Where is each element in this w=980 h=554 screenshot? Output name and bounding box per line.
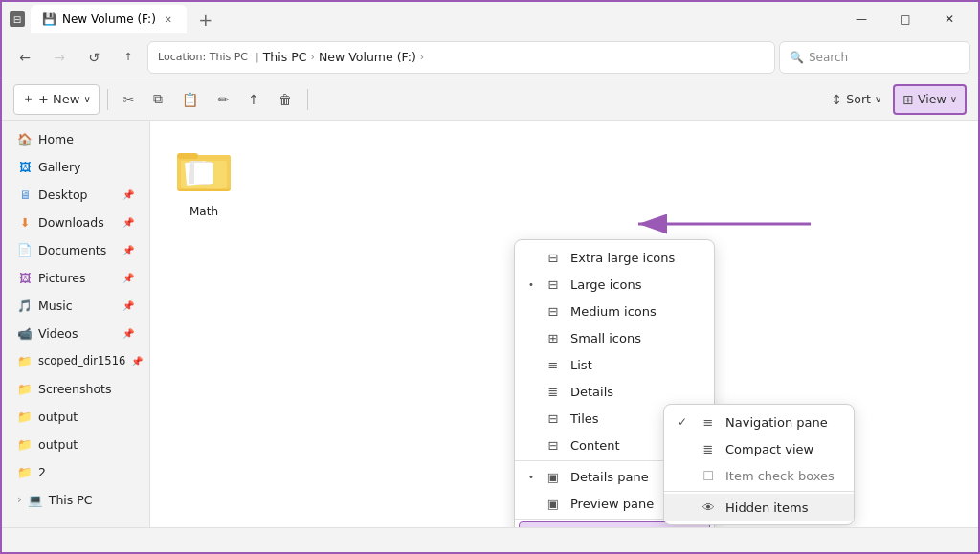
breadcrumb[interactable]: Location: This PC | This PC › New Volume… [147,41,775,74]
pin-icon: 📌 [122,189,134,200]
submenu-compact-view[interactable]: ≣ Compact view [664,435,854,462]
downloads-icon: ⬇ [17,214,33,230]
close-button[interactable]: ✕ [928,4,970,34]
details-icon: ≣ [546,384,561,399]
sidebar-item-output-2[interactable]: 📁 output [6,431,145,457]
view-option-details[interactable]: ≣ Details [515,378,714,405]
documents-icon: 📄 [17,242,33,257]
sidebar-item-2[interactable]: 📁 2 [6,458,145,485]
medium-label: Medium icons [570,304,657,319]
pin-icon-pictures: 📌 [122,273,134,283]
sidebar-item-pictures[interactable]: 🖼 Pictures 📌 [6,264,145,291]
sort-label: Sort [846,92,871,106]
delete-button[interactable]: 🗑 [271,84,300,115]
submenu-hidden-items[interactable]: 👁 Hidden items [664,494,854,521]
sidebar-item-this-pc[interactable]: › 💻 This PC [6,486,145,513]
details-pane-icon: ▣ [546,469,561,484]
pin-icon-downloads: 📌 [122,217,134,228]
view-label: View [918,92,947,106]
view-option-tiles[interactable]: ⊟ Tiles [515,405,714,432]
sort-button[interactable]: ↕ Sort ∨ [824,84,890,115]
output2-icon: 📁 [17,436,33,452]
maximize-button[interactable]: □ [884,4,926,34]
breadcrumb-sep3: › [420,51,424,63]
up-button[interactable]: ↑ [113,42,144,73]
add-tab-button[interactable]: + [192,6,219,33]
window-controls: — □ ✕ [840,4,970,34]
sidebar-item-screenshots[interactable]: 📁 Screenshots [6,375,145,402]
breadcrumb-location: Location: This PC [158,51,248,63]
sidebar-item-downloads[interactable]: ⬇ Downloads 📌 [6,209,145,235]
view-option-content[interactable]: ⊟ Content [515,432,714,458]
delete-icon: 🗑 [278,92,292,107]
cut-icon: ✂ [123,92,135,107]
cut-button[interactable]: ✂ [116,84,143,115]
sidebar-screenshots-label: Screenshots [38,382,111,396]
toolbar: ＋ + New ∨ ✂ ⧉ 📋 ✏ ↑ 🗑 ↕ Sort ∨ ⊞ View ∨ [2,78,978,121]
music-icon: 🎵 [17,298,33,313]
view-option-details-pane[interactable]: • ▣ Details pane [515,463,714,490]
bullet-large: • [528,279,536,290]
refresh-button[interactable]: ↺ [78,42,109,73]
content-label: Content [570,438,620,453]
paste-button[interactable]: 📋 [174,84,206,115]
check-nav-pane: ✓ [678,415,691,429]
sidebar-item-documents[interactable]: 📄 Documents 📌 [6,236,145,263]
view-option-extra-large[interactable]: ⊟ Extra large icons [515,244,714,271]
pin-icon-documents: 📌 [122,245,134,255]
view-option-list[interactable]: ≡ List [515,351,714,378]
toolbar-right: ↕ Sort ∨ ⊞ View ∨ [824,84,967,115]
sidebar-item-home[interactable]: 🏠 Home [6,125,145,152]
tab-close-button[interactable]: ✕ [162,12,175,26]
toolbar-separator-1 [107,89,108,110]
extra-large-icon: ⊟ [546,250,561,265]
breadcrumb-volume[interactable]: New Volume (F:) [319,50,416,64]
sidebar-item-music[interactable]: 🎵 Music 📌 [6,292,145,319]
pictures-icon: 🖼 [17,270,33,285]
sidebar-desktop-label: Desktop [38,188,88,202]
sidebar-pictures-label: Pictures [38,271,86,285]
breadcrumb-this-pc[interactable]: This PC [263,50,307,64]
view-option-large[interactable]: • ⊟ Large icons [515,271,714,298]
forward-button[interactable]: → [44,42,75,73]
sidebar-item-output-1[interactable]: 📁 output [6,403,145,430]
new-icon: ＋ [22,91,34,107]
this-pc-icon: 💻 [28,492,43,507]
view-option-preview-pane[interactable]: ▣ Preview pane [515,490,714,517]
content-icon: ⊟ [546,437,561,453]
submenu-item-checkboxes[interactable]: ☐ Item check boxes [664,462,854,489]
rename-button[interactable]: ✏ [210,84,236,115]
preview-pane-label: Preview pane [570,497,654,511]
minimize-button[interactable]: — [840,4,882,34]
content-area: Math ⊟ Extra large icons • ⊟ Large icons… [150,121,978,527]
sidebar-item-videos[interactable]: 📹 Videos 📌 [6,320,145,346]
pin-icon-music: 📌 [122,300,134,311]
sidebar-item-scoped[interactable]: 📁 scoped_dir1516 📌 [6,347,145,374]
view-button[interactable]: ⊞ View ∨ [893,84,967,115]
nav-pane-label: Navigation pane [725,415,828,430]
view-option-show[interactable]: 👁 Show › [519,521,710,527]
sidebar-scoped-label: scoped_dir1516 [38,354,125,367]
new-button[interactable]: ＋ + New ∨ [13,84,100,115]
tab-label: New Volume (F:) [62,12,156,26]
tab-icon: 💾 [42,12,56,26]
share-button[interactable]: ↑ [240,84,267,115]
active-tab[interactable]: 💾 New Volume (F:) ✕ [31,5,187,33]
show-submenu: ✓ ≡ Navigation pane ≣ Compact view ☐ Ite… [663,404,855,525]
back-button[interactable]: ← [10,42,40,73]
large-icon: ⊟ [546,277,561,292]
address-bar: ← → ↺ ↑ Location: This PC | This PC › Ne… [2,36,978,78]
view-option-small[interactable]: ⊞ Small icons [515,324,714,351]
tiles-label: Tiles [570,411,599,426]
pin-icon-videos: 📌 [122,328,134,339]
toolbar-separator-2 [307,89,308,110]
copy-button[interactable]: ⧉ [145,84,170,115]
folder-math[interactable]: Math [166,136,242,226]
sidebar-item-desktop[interactable]: 🖥 Desktop 📌 [6,181,145,208]
list-icon: ≡ [546,357,561,372]
submenu-nav-pane[interactable]: ✓ ≡ Navigation pane [664,409,854,435]
view-option-medium[interactable]: ⊟ Medium icons [515,298,714,324]
search-box[interactable]: 🔍 Search [779,41,970,74]
sidebar-item-gallery[interactable]: 🖼 Gallery [6,153,145,180]
bullet-details-pane: • [528,472,536,482]
